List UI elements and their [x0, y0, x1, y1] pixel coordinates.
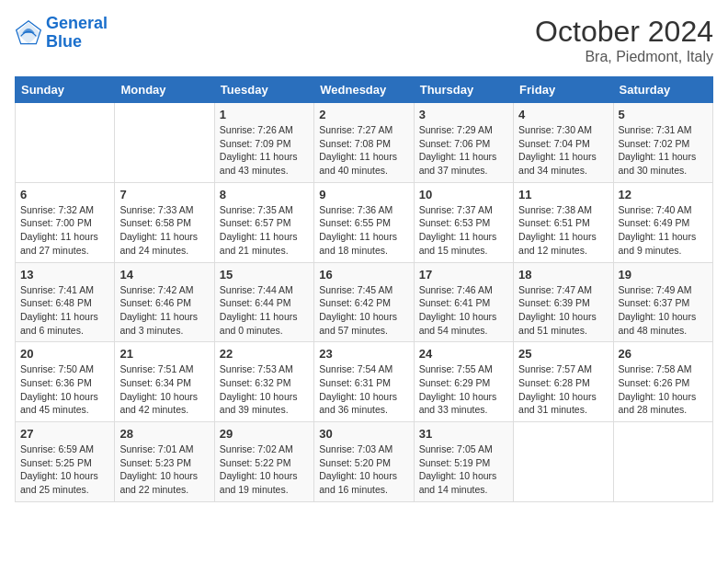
cell-content: Sunrise: 7:29 AM Sunset: 7:06 PM Dayligh… [419, 123, 508, 178]
day-number: 29 [220, 427, 309, 441]
cell-content: Sunrise: 7:45 AM Sunset: 6:42 PM Dayligh… [319, 283, 408, 338]
table-row: 5Sunrise: 7:31 AM Sunset: 7:02 PM Daylig… [613, 103, 712, 183]
cell-content: Sunrise: 7:49 AM Sunset: 6:37 PM Dayligh… [619, 283, 708, 338]
day-number: 5 [619, 108, 708, 121]
table-row [613, 422, 712, 502]
cell-content: Sunrise: 7:51 AM Sunset: 6:34 PM Dayligh… [119, 362, 209, 417]
day-number: 4 [518, 108, 608, 121]
day-number: 17 [419, 268, 508, 282]
day-number: 7 [119, 188, 209, 201]
cell-content: Sunrise: 7:05 AM Sunset: 5:19 PM Dayligh… [419, 442, 508, 497]
table-row: 21Sunrise: 7:51 AM Sunset: 6:34 PM Dayli… [115, 342, 214, 422]
day-number: 19 [619, 268, 708, 282]
table-row: 8Sunrise: 7:35 AM Sunset: 6:57 PM Daylig… [214, 182, 313, 262]
cell-content: Sunrise: 7:50 AM Sunset: 6:36 PM Dayligh… [20, 362, 109, 417]
table-row: 22Sunrise: 7:53 AM Sunset: 6:32 PM Dayli… [214, 342, 313, 422]
day-number: 26 [619, 347, 708, 361]
cell-content: Sunrise: 7:36 AM Sunset: 6:55 PM Dayligh… [319, 203, 408, 258]
col-sunday: Sunday [16, 77, 115, 103]
day-number: 14 [119, 268, 209, 282]
table-row: 6Sunrise: 7:32 AM Sunset: 7:00 PM Daylig… [16, 182, 115, 262]
table-row: 14Sunrise: 7:42 AM Sunset: 6:46 PM Dayli… [115, 262, 214, 342]
day-number: 11 [518, 188, 608, 201]
day-number: 8 [220, 188, 309, 201]
day-number: 30 [319, 427, 408, 441]
table-row: 19Sunrise: 7:49 AM Sunset: 6:37 PM Dayli… [613, 262, 712, 342]
cell-content: Sunrise: 7:38 AM Sunset: 6:51 PM Dayligh… [518, 203, 608, 258]
cell-content: Sunrise: 6:59 AM Sunset: 5:25 PM Dayligh… [20, 442, 109, 497]
logo-icon [15, 19, 42, 47]
table-row: 20Sunrise: 7:50 AM Sunset: 6:36 PM Dayli… [16, 342, 115, 422]
cell-content: Sunrise: 7:55 AM Sunset: 6:29 PM Dayligh… [419, 362, 508, 417]
cell-content: Sunrise: 7:27 AM Sunset: 7:08 PM Dayligh… [319, 123, 408, 178]
day-number: 2 [319, 108, 408, 121]
table-row: 26Sunrise: 7:58 AM Sunset: 6:26 PM Dayli… [613, 342, 712, 422]
col-tuesday: Tuesday [214, 77, 313, 103]
calendar-week-row: 6Sunrise: 7:32 AM Sunset: 7:00 PM Daylig… [16, 182, 713, 262]
col-monday: Monday [115, 77, 214, 103]
col-thursday: Thursday [414, 77, 513, 103]
table-row: 1Sunrise: 7:26 AM Sunset: 7:09 PM Daylig… [214, 103, 313, 183]
col-saturday: Saturday [613, 77, 712, 103]
table-row: 30Sunrise: 7:03 AM Sunset: 5:20 PM Dayli… [314, 422, 414, 502]
cell-content: Sunrise: 7:58 AM Sunset: 6:26 PM Dayligh… [619, 362, 708, 417]
calendar-table: Sunday Monday Tuesday Wednesday Thursday… [15, 76, 713, 502]
logo-text: General Blue [46, 15, 108, 52]
page-header: General Blue October 2024 Bra, Piedmont,… [15, 15, 713, 65]
table-row [514, 422, 613, 502]
table-row: 3Sunrise: 7:29 AM Sunset: 7:06 PM Daylig… [414, 103, 513, 183]
cell-content: Sunrise: 7:03 AM Sunset: 5:20 PM Dayligh… [319, 442, 408, 497]
cell-content: Sunrise: 7:57 AM Sunset: 6:28 PM Dayligh… [518, 362, 608, 417]
table-row: 18Sunrise: 7:47 AM Sunset: 6:39 PM Dayli… [514, 262, 613, 342]
table-row [115, 103, 214, 183]
day-number: 6 [20, 188, 109, 201]
logo-line2: Blue [46, 32, 82, 51]
table-row: 16Sunrise: 7:45 AM Sunset: 6:42 PM Dayli… [314, 262, 414, 342]
day-number: 13 [20, 268, 109, 282]
cell-content: Sunrise: 7:32 AM Sunset: 7:00 PM Dayligh… [20, 203, 109, 258]
day-number: 10 [419, 188, 508, 201]
cell-content: Sunrise: 7:30 AM Sunset: 7:04 PM Dayligh… [518, 123, 608, 178]
day-number: 25 [518, 347, 608, 361]
table-row: 29Sunrise: 7:02 AM Sunset: 5:22 PM Dayli… [214, 422, 313, 502]
cell-content: Sunrise: 7:54 AM Sunset: 6:31 PM Dayligh… [319, 362, 408, 417]
day-number: 27 [20, 427, 109, 441]
day-number: 15 [220, 268, 309, 282]
col-wednesday: Wednesday [314, 77, 414, 103]
table-row: 31Sunrise: 7:05 AM Sunset: 5:19 PM Dayli… [414, 422, 513, 502]
cell-content: Sunrise: 7:42 AM Sunset: 6:46 PM Dayligh… [119, 283, 209, 338]
table-row: 25Sunrise: 7:57 AM Sunset: 6:28 PM Dayli… [514, 342, 613, 422]
calendar-week-row: 27Sunrise: 6:59 AM Sunset: 5:25 PM Dayli… [16, 422, 713, 502]
day-number: 24 [419, 347, 508, 361]
table-row: 9Sunrise: 7:36 AM Sunset: 6:55 PM Daylig… [314, 182, 414, 262]
title-block: October 2024 Bra, Piedmont, Italy [535, 15, 713, 65]
cell-content: Sunrise: 7:37 AM Sunset: 6:53 PM Dayligh… [419, 203, 508, 258]
cell-content: Sunrise: 7:33 AM Sunset: 6:58 PM Dayligh… [119, 203, 209, 258]
day-number: 28 [119, 427, 209, 441]
table-row: 11Sunrise: 7:38 AM Sunset: 6:51 PM Dayli… [514, 182, 613, 262]
table-row: 17Sunrise: 7:46 AM Sunset: 6:41 PM Dayli… [414, 262, 513, 342]
day-number: 21 [119, 347, 209, 361]
table-row: 2Sunrise: 7:27 AM Sunset: 7:08 PM Daylig… [314, 103, 414, 183]
cell-content: Sunrise: 7:41 AM Sunset: 6:48 PM Dayligh… [20, 283, 109, 338]
cell-content: Sunrise: 7:26 AM Sunset: 7:09 PM Dayligh… [220, 123, 309, 178]
table-row: 27Sunrise: 6:59 AM Sunset: 5:25 PM Dayli… [16, 422, 115, 502]
table-row: 28Sunrise: 7:01 AM Sunset: 5:23 PM Dayli… [115, 422, 214, 502]
table-row: 13Sunrise: 7:41 AM Sunset: 6:48 PM Dayli… [16, 262, 115, 342]
logo-line1: General [46, 14, 108, 32]
cell-content: Sunrise: 7:53 AM Sunset: 6:32 PM Dayligh… [220, 362, 309, 417]
table-row: 10Sunrise: 7:37 AM Sunset: 6:53 PM Dayli… [414, 182, 513, 262]
calendar-week-row: 20Sunrise: 7:50 AM Sunset: 6:36 PM Dayli… [16, 342, 713, 422]
cell-content: Sunrise: 7:35 AM Sunset: 6:57 PM Dayligh… [220, 203, 309, 258]
table-row: 23Sunrise: 7:54 AM Sunset: 6:31 PM Dayli… [314, 342, 414, 422]
cell-content: Sunrise: 7:47 AM Sunset: 6:39 PM Dayligh… [518, 283, 608, 338]
cell-content: Sunrise: 7:31 AM Sunset: 7:02 PM Dayligh… [619, 123, 708, 178]
day-number: 20 [20, 347, 109, 361]
cell-content: Sunrise: 7:46 AM Sunset: 6:41 PM Dayligh… [419, 283, 508, 338]
table-row: 15Sunrise: 7:44 AM Sunset: 6:44 PM Dayli… [214, 262, 313, 342]
calendar-header-row: Sunday Monday Tuesday Wednesday Thursday… [16, 77, 713, 103]
cell-content: Sunrise: 7:01 AM Sunset: 5:23 PM Dayligh… [119, 442, 209, 497]
cell-content: Sunrise: 7:44 AM Sunset: 6:44 PM Dayligh… [220, 283, 309, 338]
day-number: 3 [419, 108, 508, 121]
table-row: 12Sunrise: 7:40 AM Sunset: 6:49 PM Dayli… [613, 182, 712, 262]
